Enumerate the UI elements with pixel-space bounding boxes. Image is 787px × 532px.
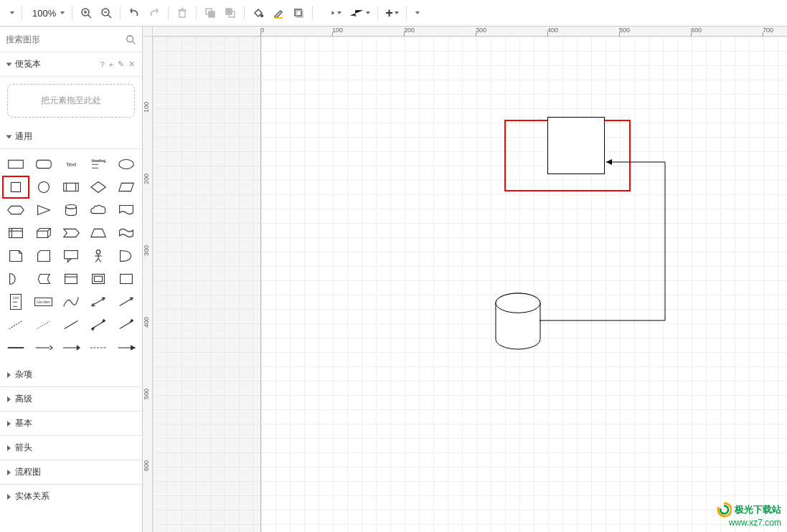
scratchpad-dropzone[interactable]: 把元素拖至此处	[7, 84, 135, 118]
separator	[244, 6, 245, 20]
shape-cloud[interactable]	[85, 199, 111, 221]
shape-list-item[interactable]: List Item	[30, 291, 56, 313]
shape-link3[interactable]	[58, 337, 84, 358]
category-basic[interactable]: 基本	[0, 412, 142, 436]
insert-button[interactable]: +	[382, 4, 402, 22]
shape-circle[interactable]	[30, 176, 56, 198]
shape-and[interactable]	[3, 268, 29, 290]
category-arrows[interactable]: 箭头	[0, 436, 142, 460]
shape-parallelogram[interactable]	[113, 176, 139, 198]
shape-triangle[interactable]	[30, 199, 56, 221]
search-icon[interactable]	[122, 31, 139, 48]
shape-curve[interactable]	[58, 291, 84, 313]
shape-cube[interactable]	[30, 222, 56, 244]
separator	[406, 6, 407, 20]
shape-tape[interactable]	[113, 222, 139, 244]
shapes-palette: Text Heading━━━━━━	[0, 149, 142, 363]
shape-rounded-rectangle[interactable]	[30, 153, 56, 175]
shape-rectangle[interactable]	[3, 153, 29, 175]
svg-point-38	[66, 205, 77, 209]
shape-ellipse[interactable]	[113, 153, 139, 175]
shape-callout[interactable]	[58, 245, 84, 267]
shape-dashed-line[interactable]	[3, 314, 29, 336]
svg-rect-55	[120, 274, 132, 283]
shape-actor[interactable]	[85, 245, 111, 267]
svg-point-46	[97, 250, 101, 255]
category-er[interactable]: 实体关系	[0, 485, 142, 508]
shape-bidir2[interactable]	[85, 314, 111, 336]
connection-style[interactable]	[317, 4, 344, 22]
category-flowchart[interactable]: 流程图	[0, 460, 142, 485]
shape-list[interactable]: List━━━━	[3, 291, 29, 313]
separator	[22, 6, 22, 20]
scratchpad-close-icon[interactable]: ✕	[128, 60, 135, 69]
shape-container[interactable]	[58, 268, 84, 290]
shape-internal-storage[interactable]	[3, 222, 29, 244]
shape-or[interactable]	[113, 245, 139, 267]
waypoint-style[interactable]	[346, 4, 373, 22]
shape-document[interactable]	[113, 199, 139, 221]
expand-icon	[7, 445, 11, 451]
shape-diamond[interactable]	[85, 176, 111, 198]
zoom-control[interactable]: 100%	[27, 4, 67, 22]
undo-button[interactable]	[125, 4, 143, 22]
shape-process[interactable]	[58, 176, 84, 198]
shape-textbox[interactable]: Heading━━━━━━	[85, 153, 111, 175]
shape-link4[interactable]	[85, 337, 111, 358]
shape-frame[interactable]	[85, 268, 111, 290]
scratchpad-help[interactable]: ?	[100, 60, 104, 69]
shadow-button[interactable]	[289, 4, 308, 22]
svg-point-22	[354, 14, 357, 16]
canvas-rectangle-shape[interactable]	[547, 117, 605, 174]
scratchpad-edit-icon[interactable]: ✎	[118, 60, 124, 69]
chevron-down-icon	[415, 11, 420, 14]
shape-rect3[interactable]	[113, 268, 139, 290]
shape-link2[interactable]	[30, 337, 56, 358]
line-color-button[interactable]	[269, 4, 288, 22]
delete-button[interactable]	[173, 4, 192, 22]
shape-text[interactable]: Text	[58, 153, 84, 175]
scratchpad-add-icon[interactable]: +	[109, 60, 113, 69]
shape-link5[interactable]	[113, 337, 139, 358]
shape-arrow2[interactable]	[113, 314, 139, 336]
shape-cylinder[interactable]	[58, 199, 84, 221]
shape-hexagon[interactable]	[3, 199, 29, 221]
chevron-down-icon	[60, 11, 65, 14]
svg-line-59	[37, 320, 50, 328]
zoom-out-button[interactable]	[97, 4, 116, 22]
general-header[interactable]: 通用	[0, 125, 142, 149]
to-back-button[interactable]	[221, 4, 240, 22]
shape-link1[interactable]	[3, 337, 29, 358]
scratchpad-header[interactable]: 便笺本 ? + ✎ ✕	[0, 52, 142, 77]
shape-search	[0, 27, 142, 52]
redo-button[interactable]	[145, 4, 164, 22]
chevron-down-icon	[366, 11, 370, 14]
svg-line-60	[65, 320, 78, 328]
shape-trapezoid[interactable]	[85, 222, 111, 244]
separator	[196, 6, 197, 20]
fill-color-button[interactable]	[249, 4, 268, 22]
shape-dotted-line[interactable]	[30, 314, 56, 336]
table-button[interactable]	[411, 4, 423, 22]
category-misc[interactable]: 杂项	[0, 363, 142, 387]
to-front-button[interactable]	[201, 4, 220, 22]
shape-note[interactable]	[3, 245, 29, 267]
shape-square[interactable]	[3, 176, 29, 198]
chevron-down-icon	[10, 11, 14, 14]
search-input[interactable]	[0, 30, 122, 49]
view-menu[interactable]	[6, 4, 17, 22]
svg-line-57	[119, 298, 133, 305]
shape-card[interactable]	[30, 245, 56, 267]
shape-step[interactable]	[58, 222, 84, 244]
shape-line[interactable]	[58, 314, 84, 336]
canvas-cylinder-shape[interactable]	[496, 293, 540, 349]
ruler-horizontal: 0100200300400500600700	[153, 27, 787, 37]
shape-bidirectional-arrow[interactable]	[85, 291, 111, 313]
svg-point-32	[119, 159, 134, 168]
shape-arrow[interactable]	[113, 291, 139, 313]
canvas[interactable]	[153, 37, 787, 532]
svg-point-17	[261, 15, 263, 17]
zoom-in-button[interactable]	[77, 4, 95, 22]
category-advanced[interactable]: 高级	[0, 387, 142, 412]
shape-data-storage[interactable]	[30, 268, 56, 290]
